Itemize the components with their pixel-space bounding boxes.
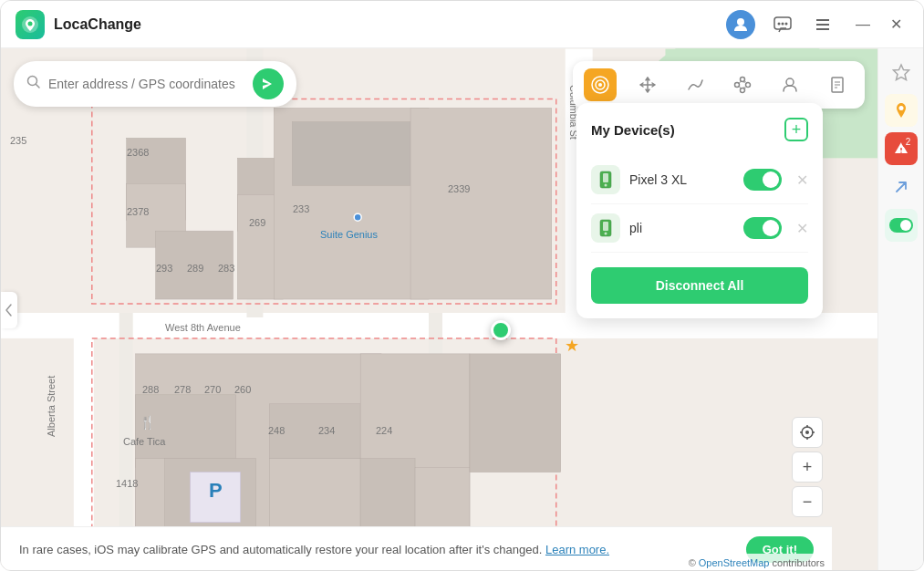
svg-point-67 bbox=[805, 431, 809, 434]
svg-point-4 bbox=[778, 22, 781, 25]
route-mode-button[interactable] bbox=[679, 68, 711, 101]
device-name-pli: pli bbox=[629, 221, 734, 235]
svg-point-46 bbox=[598, 83, 602, 87]
profile-mode-button[interactable] bbox=[773, 68, 806, 101]
title-bar: LocaChange — ✕ bbox=[1, 1, 923, 48]
teleport-mode-button[interactable] bbox=[584, 68, 617, 101]
label-cafe-tica: Cafe Tica bbox=[123, 436, 165, 447]
disconnect-all-button[interactable]: Disconnect All bbox=[591, 267, 808, 304]
app-logo bbox=[16, 10, 45, 39]
device-panel-header: My Device(s) + bbox=[591, 118, 808, 141]
svg-rect-61 bbox=[603, 173, 608, 182]
svg-point-47 bbox=[735, 83, 740, 88]
num-289: 289 bbox=[187, 263, 203, 274]
bottom-bar-message: In rare cases, iOS may calibrate GPS and… bbox=[19, 543, 739, 556]
svg-rect-64 bbox=[603, 222, 608, 231]
parking-label: P bbox=[209, 479, 223, 503]
num-2368: 235 bbox=[10, 135, 26, 146]
map-area[interactable]: 🍴 bbox=[1, 48, 877, 571]
close-button[interactable]: ✕ bbox=[883, 12, 908, 37]
move-mode-button[interactable] bbox=[631, 68, 664, 101]
num-269: 269 bbox=[249, 217, 265, 228]
app-title: LocaChange bbox=[54, 16, 141, 33]
zoom-in-button[interactable]: + bbox=[792, 452, 823, 483]
num-234: 234 bbox=[318, 425, 335, 436]
svg-point-65 bbox=[605, 233, 607, 235]
num-224: 224 bbox=[376, 425, 392, 436]
device-toggle-pixel3xl[interactable] bbox=[743, 169, 782, 191]
minimize-button[interactable]: — bbox=[850, 12, 876, 37]
num-293: 293 bbox=[156, 263, 172, 274]
add-device-button[interactable]: + bbox=[784, 118, 808, 141]
svg-point-72 bbox=[898, 106, 903, 110]
arrow-up-button[interactable] bbox=[885, 171, 918, 203]
star-marker: ★ bbox=[565, 336, 579, 356]
num-260: 260 bbox=[234, 384, 251, 395]
svg-point-6 bbox=[785, 22, 788, 25]
svg-point-29 bbox=[354, 213, 361, 221]
location-dot bbox=[491, 320, 511, 340]
svg-rect-27 bbox=[410, 108, 552, 299]
device-toggle-pli[interactable] bbox=[743, 217, 782, 239]
svg-point-5 bbox=[782, 22, 784, 25]
star-button[interactable] bbox=[885, 56, 918, 88]
num-1418: 1418 bbox=[116, 478, 138, 489]
svg-point-2 bbox=[737, 18, 744, 26]
openstreetmap-link[interactable]: OpenStreetMap bbox=[699, 557, 770, 568]
search-action-button[interactable] bbox=[253, 68, 284, 99]
svg-point-48 bbox=[741, 78, 745, 82]
search-input[interactable] bbox=[48, 77, 245, 91]
label-suite-genius: Suite Genius bbox=[320, 229, 378, 240]
num-233: 233 bbox=[293, 203, 309, 214]
num-2339: 2339 bbox=[448, 183, 470, 194]
title-left: LocaChange bbox=[16, 10, 141, 39]
window-controls: — ✕ bbox=[850, 12, 908, 37]
device-panel: My Device(s) + Pixel 3 XL ✕ pli bbox=[576, 103, 823, 318]
user-avatar[interactable] bbox=[726, 10, 755, 39]
device-remove-pli[interactable]: ✕ bbox=[796, 220, 808, 237]
svg-point-1 bbox=[28, 21, 33, 26]
svg-point-76 bbox=[900, 220, 911, 231]
green-toggle-button[interactable] bbox=[885, 209, 918, 242]
alert-badge: 2 bbox=[901, 134, 916, 149]
right-side-panel: 2 bbox=[877, 48, 923, 571]
svg-point-49 bbox=[746, 83, 751, 88]
bottom-bar-text: In rare cases, iOS may calibrate GPS and… bbox=[19, 543, 542, 556]
device-item-pixel3xl: Pixel 3 XL ✕ bbox=[591, 156, 808, 204]
location-pin-button[interactable] bbox=[885, 94, 918, 127]
alert-button[interactable]: 2 bbox=[885, 132, 918, 165]
map-attribution: © OpenStreetMap contributors bbox=[681, 554, 832, 571]
device-icon-pixel3xl bbox=[591, 165, 620, 194]
svg-point-74 bbox=[900, 151, 902, 153]
toggle-knob-pixel3xl bbox=[763, 171, 779, 188]
collapse-arrow[interactable] bbox=[1, 292, 17, 328]
multi-mode-button[interactable] bbox=[726, 68, 759, 101]
title-right: — ✕ bbox=[726, 10, 908, 39]
svg-rect-38 bbox=[415, 468, 470, 532]
learn-more-link[interactable]: Learn more. bbox=[545, 543, 609, 556]
svg-rect-39 bbox=[470, 354, 561, 472]
num-2378: 2378 bbox=[127, 206, 149, 217]
num-248: 248 bbox=[268, 425, 285, 436]
street-label-west8th: West 8th Avenue bbox=[165, 322, 241, 333]
menu-icon[interactable] bbox=[810, 12, 836, 37]
svg-line-43 bbox=[36, 85, 40, 88]
toggle-knob-pli bbox=[763, 220, 779, 236]
search-icon bbox=[26, 75, 41, 93]
svg-text:🍴: 🍴 bbox=[140, 415, 156, 431]
svg-rect-37 bbox=[360, 459, 415, 532]
history-mode-button[interactable] bbox=[821, 68, 854, 101]
chat-icon[interactable] bbox=[770, 12, 795, 37]
zoom-out-button[interactable]: − bbox=[792, 486, 823, 517]
device-panel-title: My Device(s) bbox=[591, 122, 675, 138]
svg-point-62 bbox=[605, 184, 607, 187]
num-2368b: 2368 bbox=[127, 147, 149, 158]
svg-rect-31 bbox=[136, 395, 236, 468]
device-remove-pixel3xl[interactable]: ✕ bbox=[796, 171, 808, 189]
street-label-alberta: Alberta Street bbox=[46, 376, 57, 437]
locate-button[interactable] bbox=[792, 417, 823, 448]
mode-toolbar bbox=[573, 61, 865, 109]
device-icon-pli bbox=[591, 213, 620, 243]
num-288: 288 bbox=[142, 384, 159, 395]
svg-rect-35 bbox=[269, 459, 360, 532]
